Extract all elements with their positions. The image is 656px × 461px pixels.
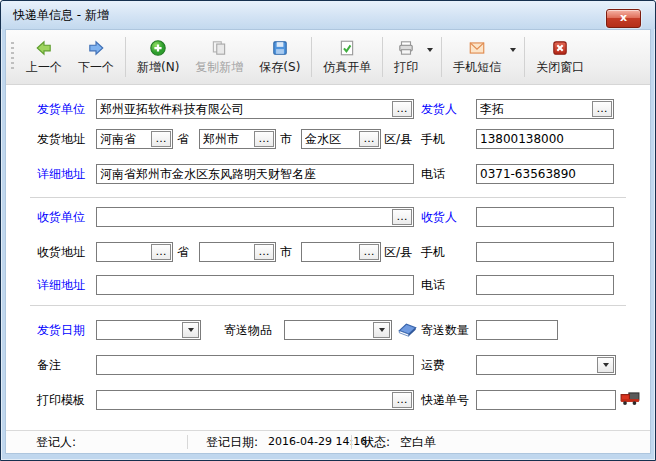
item-catalog-book-icon[interactable] [397,321,418,341]
tracking-truck-icon[interactable] [620,391,640,409]
tracking-number-input[interactable] [477,391,615,409]
receiver-detail-input[interactable] [97,276,413,294]
titlebar-close-button[interactable]: x [606,9,641,28]
page-check-icon [338,39,356,57]
item-dropdown-button[interactable] [373,322,390,338]
previous-button[interactable]: 上一个 [18,33,70,81]
item-combobox [284,320,392,340]
receiver-city-input[interactable] [200,243,253,261]
receiver-unit-field: … [96,207,414,227]
print-button[interactable]: 打印 [386,33,426,81]
sms-button[interactable]: 手机短信 [445,33,509,81]
sender-province-input[interactable] [97,130,150,148]
receiver-unit-input[interactable] [97,208,391,226]
quantity-input[interactable] [477,321,557,339]
close-icon: x [620,11,627,24]
sender-detail-input[interactable] [97,165,413,183]
sender-mobile-field [476,129,614,149]
express-order-window: 快递单信息 - 新增 x 上一个 下一个 [0,0,656,461]
section-divider [30,197,626,198]
print-template-input[interactable] [97,391,391,409]
sender-phone-input[interactable] [477,165,613,183]
receiver-unit-label: 收货单位 [37,207,85,227]
sender-detail-field [96,164,414,184]
freight-label: 运费 [421,355,445,375]
new-button-label: 新增(N) [137,59,179,76]
chevron-down-icon [603,363,609,367]
freight-input[interactable] [477,356,596,374]
order-form: 发货单位 … 发货人 … 发货地址 … 省 … 市 [6,85,650,430]
item-label: 寄送物品 [224,320,272,340]
toolbar-grip-handle[interactable] [11,42,14,72]
city-suffix-label: 市 [280,129,292,149]
copy-new-button[interactable]: 复制新增 [187,33,251,81]
receiver-detail-field [96,275,414,295]
ship-date-combobox [96,320,201,340]
receiver-mobile-input[interactable] [477,243,613,261]
receiver-detail-label: 详细地址 [37,275,85,295]
receiver-address-label: 收货地址 [37,242,85,262]
province-suffix-label: 省 [177,242,189,262]
sender-province-lookup-button[interactable]: … [151,131,171,147]
toolbar-separator [441,37,442,77]
sender-mobile-input[interactable] [477,130,613,148]
registrant-label: 登记人: [36,431,76,453]
ship-date-label: 发货日期 [37,320,85,340]
receiver-city-field: … [199,242,276,262]
simulate-billing-button[interactable]: 仿真开单 [315,33,379,81]
sender-phone-label: 电话 [421,164,445,184]
sender-district-input[interactable] [302,130,358,148]
chevron-down-icon [427,48,433,52]
receiver-mobile-field [476,242,614,262]
receiver-province-lookup-button[interactable]: … [151,244,171,260]
sms-dropdown-arrow[interactable] [509,33,521,81]
receiver-mobile-label: 手机 [421,242,445,262]
sender-person-field: … [476,99,614,119]
receiver-district-input[interactable] [302,243,358,261]
toolbar-separator [382,37,383,77]
add-plus-icon [149,39,167,57]
red-x-icon [551,39,569,57]
note-input[interactable] [97,356,413,374]
next-button[interactable]: 下一个 [70,33,122,81]
freight-dropdown-button[interactable] [597,357,614,373]
sender-person-lookup-button[interactable]: … [592,101,612,117]
print-template-field: … [96,390,414,410]
quantity-label: 寄送数量 [421,320,469,340]
sender-city-lookup-button[interactable]: … [254,131,274,147]
chevron-down-icon [188,328,194,332]
save-button[interactable]: 保存(S) [251,33,308,81]
sender-phone-field [476,164,614,184]
close-window-button[interactable]: 关闭窗口 [528,33,592,81]
item-input[interactable] [285,321,372,339]
sender-city-input[interactable] [200,130,253,148]
sender-province-field: … [96,129,173,149]
receiver-unit-lookup-button[interactable]: … [392,209,412,225]
print-template-lookup-button[interactable]: … [392,392,412,408]
note-field [96,355,414,375]
new-button[interactable]: 新增(N) [129,33,187,81]
toolbar-separator [311,37,312,77]
receiver-person-input[interactable] [477,208,613,226]
receiver-district-lookup-button[interactable]: … [359,244,379,260]
print-dropdown-arrow[interactable] [426,33,438,81]
receiver-phone-input[interactable] [477,276,613,294]
next-button-label: 下一个 [78,59,114,76]
freight-combobox [476,355,616,375]
sender-city-field: … [199,129,276,149]
ship-date-input[interactable] [97,321,181,339]
printer-icon [397,39,415,57]
sender-district-lookup-button[interactable]: … [359,131,379,147]
receiver-phone-field [476,275,614,295]
district-suffix-label: 区/县 [384,242,412,262]
ship-date-dropdown-button[interactable] [182,322,199,338]
receiver-province-input[interactable] [97,243,150,261]
sender-address-label: 发货地址 [37,129,85,149]
receiver-person-label: 收货人 [421,207,457,227]
print-template-label: 打印模板 [37,390,85,410]
sender-person-input[interactable] [477,100,591,118]
receiver-city-lookup-button[interactable]: … [254,244,274,260]
district-suffix-label: 区/县 [384,129,412,149]
sender-unit-lookup-button[interactable]: … [392,101,412,117]
sender-unit-input[interactable] [97,100,391,118]
